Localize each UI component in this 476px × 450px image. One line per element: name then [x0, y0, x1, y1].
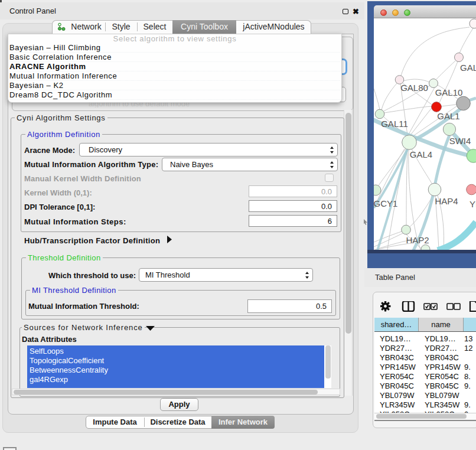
svg-text:GAL10: GAL10	[435, 87, 463, 97]
svg-text:GAL7: GAL7	[460, 63, 476, 73]
svg-text:GCY1: GCY1	[374, 198, 397, 208]
svg-text:YBL0: YBL0	[470, 199, 476, 209]
svg-text:GAL4: GAL4	[410, 149, 432, 159]
svg-text:SWI4: SWI4	[449, 136, 471, 146]
svg-text:HAP4: HAP4	[435, 196, 458, 206]
svg-text:GAL11: GAL11	[381, 119, 408, 129]
svg-text:GAL1: GAL1	[437, 111, 459, 121]
svg-text:GAL80: GAL80	[400, 83, 428, 93]
svg-text:HAP2: HAP2	[406, 235, 429, 245]
